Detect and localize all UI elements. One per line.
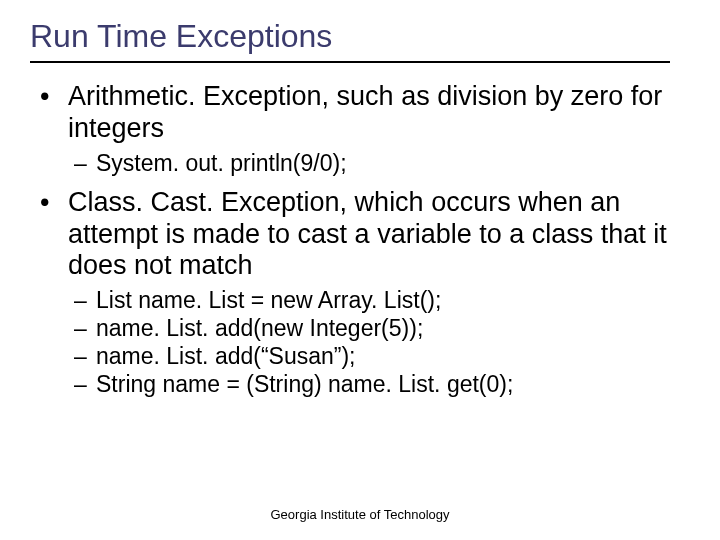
- list-item: Class. Cast. Exception, which occurs whe…: [40, 187, 690, 399]
- bullet-list: Arithmetic. Exception, such as division …: [30, 81, 690, 399]
- list-item: name. List. add(new Integer(5));: [74, 314, 690, 342]
- slide-title: Run Time Exceptions: [30, 18, 670, 63]
- sub-bullet-text: List name. List = new Array. List();: [96, 287, 441, 313]
- list-item: Arithmetic. Exception, such as division …: [40, 81, 690, 177]
- list-item: List name. List = new Array. List();: [74, 286, 690, 314]
- footer-text: Georgia Institute of Technology: [0, 507, 720, 522]
- sub-bullet-text: String name = (String) name. List. get(0…: [96, 371, 513, 397]
- sub-list: List name. List = new Array. List(); nam…: [68, 286, 690, 398]
- list-item: String name = (String) name. List. get(0…: [74, 370, 690, 398]
- list-item: name. List. add(“Susan”);: [74, 342, 690, 370]
- sub-bullet-text: name. List. add(“Susan”);: [96, 343, 356, 369]
- slide: Run Time Exceptions Arithmetic. Exceptio…: [0, 0, 720, 540]
- sub-list: System. out. println(9/0);: [68, 149, 690, 177]
- bullet-text: Arithmetic. Exception, such as division …: [68, 81, 662, 143]
- list-item: System. out. println(9/0);: [74, 149, 690, 177]
- sub-bullet-text: System. out. println(9/0);: [96, 150, 347, 176]
- sub-bullet-text: name. List. add(new Integer(5));: [96, 315, 423, 341]
- bullet-text: Class. Cast. Exception, which occurs whe…: [68, 187, 667, 281]
